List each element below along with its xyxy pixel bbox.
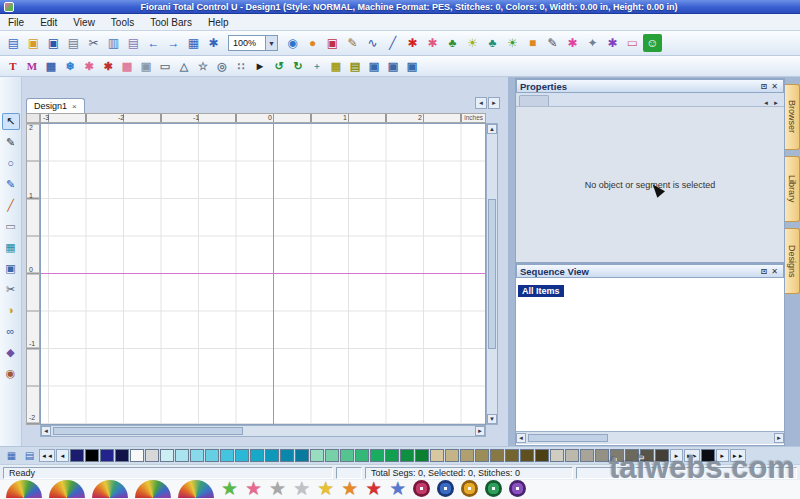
refresh-icon[interactable]: ◉ xyxy=(283,34,302,52)
sun-green-icon[interactable]: ☀ xyxy=(503,34,522,52)
polyline-icon[interactable]: ∿ xyxy=(363,34,382,52)
rotate-ccw-icon[interactable]: ↺ xyxy=(270,58,288,74)
fan-design[interactable] xyxy=(49,480,85,498)
grid-olive2-icon[interactable]: ▤ xyxy=(346,58,364,74)
star-design[interactable]: ★ xyxy=(317,480,334,498)
palette-swatch[interactable] xyxy=(490,449,504,462)
palette-swatch[interactable] xyxy=(505,449,519,462)
monogram-tool-icon[interactable]: M xyxy=(23,58,41,74)
grid-settings-icon[interactable]: ▦ xyxy=(184,34,203,52)
palette-swatch[interactable] xyxy=(340,449,354,462)
nudge-icon[interactable]: + xyxy=(308,58,326,74)
marker-tool-icon[interactable]: ✎ xyxy=(2,176,20,193)
pattern-pink-icon[interactable]: ▩ xyxy=(118,58,136,74)
monitor1-icon[interactable]: ▣ xyxy=(365,58,383,74)
globe-tool-icon[interactable]: ◉ xyxy=(2,365,20,382)
pin-icon[interactable]: ⊡ xyxy=(759,267,770,276)
sequence-hscrollbar[interactable]: ◄ ► xyxy=(516,431,784,444)
palette-swatch[interactable] xyxy=(460,449,474,462)
palette-swatch[interactable] xyxy=(400,449,414,462)
palette-swatch[interactable] xyxy=(205,449,219,462)
save-icon[interactable]: ▣ xyxy=(44,34,63,52)
menu-tools[interactable]: Tools xyxy=(103,16,142,29)
line-tool-icon[interactable]: ✎ xyxy=(2,134,20,151)
leaf-green-icon[interactable]: ♣ xyxy=(443,34,462,52)
outline-box-icon[interactable]: ▭ xyxy=(156,58,174,74)
shape-tool-icon[interactable]: ◆ xyxy=(2,344,20,361)
scroll-right-icon[interactable]: ► xyxy=(774,433,784,443)
tab-library[interactable]: Library xyxy=(785,156,800,222)
rotate-cw-icon[interactable]: ↻ xyxy=(289,58,307,74)
tools-icon[interactable]: ✦ xyxy=(583,34,602,52)
menu-help[interactable]: Help xyxy=(200,16,237,29)
canvas-vscrollbar[interactable]: ▲ ▼ xyxy=(486,123,498,425)
palette-swatch[interactable] xyxy=(130,449,144,462)
floret-pink-icon[interactable]: ✱ xyxy=(80,58,98,74)
palette-sort-icon[interactable]: ▤ xyxy=(21,448,38,463)
zoom-tool-icon[interactable]: ○ xyxy=(2,155,20,172)
link-tool-icon[interactable]: ∞ xyxy=(2,323,20,340)
rosette-design[interactable] xyxy=(461,480,478,497)
close-icon[interactable]: ✕ xyxy=(769,267,780,276)
new-file-icon[interactable]: ▤ xyxy=(4,34,23,52)
tile-icon[interactable]: ▦ xyxy=(42,58,60,74)
star-design[interactable]: ★ xyxy=(293,480,310,498)
fan-design[interactable] xyxy=(92,480,128,498)
tab-scroll-left-icon[interactable]: ◄ xyxy=(475,97,487,109)
export-icon[interactable]: ▤ xyxy=(64,34,83,52)
snowflake-icon[interactable]: ❄ xyxy=(61,58,79,74)
palette-swatch[interactable] xyxy=(190,449,204,462)
palette-swatch[interactable] xyxy=(415,449,429,462)
palette-swatch[interactable] xyxy=(370,449,384,462)
design-canvas[interactable] xyxy=(40,123,486,425)
palette-swatch[interactable] xyxy=(100,449,114,462)
rosette-design[interactable] xyxy=(437,480,454,497)
palette-prev-icon[interactable]: ◄ xyxy=(56,449,69,462)
copy-icon[interactable]: ▥ xyxy=(104,34,123,52)
scroll-left-icon[interactable]: ◄ xyxy=(516,433,526,443)
scroll-down-icon[interactable]: ▼ xyxy=(487,414,497,424)
close-icon[interactable]: ✕ xyxy=(769,82,780,91)
hoop-frame-icon[interactable]: ▭ xyxy=(623,34,642,52)
eraser-tool-icon[interactable]: ▭ xyxy=(2,218,20,235)
palette-swatch[interactable] xyxy=(235,449,249,462)
monitor3-icon[interactable]: ▣ xyxy=(403,58,421,74)
palette-swatch[interactable] xyxy=(265,449,279,462)
color-wheel-icon[interactable]: ● xyxy=(303,34,322,52)
palette-swatch[interactable] xyxy=(580,449,594,462)
hscroll-thumb[interactable] xyxy=(53,427,243,435)
menu-file[interactable]: File xyxy=(0,16,32,29)
star-design[interactable]: ★ xyxy=(389,480,406,498)
machine-settings-icon[interactable]: ✱ xyxy=(204,34,223,52)
arrow-tool-icon[interactable]: ► xyxy=(251,58,269,74)
scroll-right-icon[interactable]: ► xyxy=(475,426,485,436)
sequence-item-all[interactable]: All Items xyxy=(518,285,564,297)
snip-tool-icon[interactable]: ✂ xyxy=(2,281,20,298)
rosette-design[interactable] xyxy=(509,480,526,497)
applique-icon[interactable]: ▣ xyxy=(137,58,155,74)
properties-tab[interactable] xyxy=(519,95,549,106)
palette-swatch[interactable] xyxy=(70,449,84,462)
grid-tool-icon[interactable]: ▦ xyxy=(2,239,20,256)
palette-swatch[interactable] xyxy=(355,449,369,462)
hscroll-thumb[interactable] xyxy=(528,434,608,442)
palette-swatch[interactable] xyxy=(475,449,489,462)
bloom-pink-icon[interactable]: ✱ xyxy=(563,34,582,52)
fan-lime-icon[interactable]: ☀ xyxy=(463,34,482,52)
palette-swatch[interactable] xyxy=(250,449,264,462)
tab-design1[interactable]: Design1 × xyxy=(26,98,85,113)
palette-swatch[interactable] xyxy=(145,449,159,462)
palette-grid-icon[interactable]: ▦ xyxy=(3,448,20,463)
redo-icon[interactable]: → xyxy=(164,34,183,52)
bloom-purple-icon[interactable]: ✱ xyxy=(603,34,622,52)
menu-view[interactable]: View xyxy=(65,16,103,29)
menu-edit[interactable]: Edit xyxy=(32,16,65,29)
leaf-teal-icon[interactable]: ♣ xyxy=(483,34,502,52)
fan-design[interactable] xyxy=(135,480,171,498)
palette-swatch[interactable] xyxy=(280,449,294,462)
palette-swatch[interactable] xyxy=(115,449,129,462)
menu-toolbars[interactable]: Tool Bars xyxy=(142,16,200,29)
pencil-icon[interactable]: ✎ xyxy=(343,34,362,52)
palette-swatch[interactable] xyxy=(550,449,564,462)
node-edit-icon[interactable]: ╱ xyxy=(383,34,402,52)
